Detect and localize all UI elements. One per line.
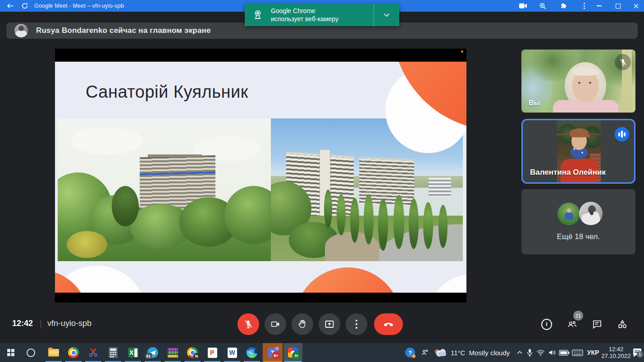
taskbar-app-calculator[interactable] — [104, 343, 122, 362]
camera-toggle-button[interactable] — [265, 313, 286, 335]
maximize-button[interactable] — [610, 0, 626, 12]
notification-center-button[interactable]: 5 — [631, 343, 644, 362]
present-screen-icon — [324, 319, 335, 330]
end-call-button[interactable] — [374, 313, 403, 335]
meeting-code: vfn-uyio-spb — [47, 319, 91, 328]
excel-letter: X — [129, 349, 133, 356]
record-dot — [461, 50, 463, 53]
weather-temp: 11°C — [451, 349, 465, 357]
notification-icon: 5 — [633, 348, 642, 357]
people-icon — [566, 319, 577, 330]
people-tray-button[interactable] — [419, 343, 431, 362]
raise-hand-button[interactable] — [292, 313, 313, 335]
toast-app-name: Google Chrome — [271, 7, 374, 14]
calculator-icon — [109, 347, 118, 358]
camera-icon — [270, 319, 280, 329]
zoom-icon — [539, 3, 546, 9]
browser-menu-button[interactable] — [579, 0, 589, 12]
telegram-icon: 81 — [147, 347, 158, 358]
taskbar-app-word[interactable]: W — [223, 343, 241, 362]
taskbar-app-chrome-profile[interactable]: N — [183, 343, 201, 362]
chrome-icon — [68, 347, 79, 358]
word-icon: W — [228, 348, 237, 358]
slide-title: Санаторій Куяльник — [86, 82, 248, 102]
chat-button[interactable] — [592, 319, 603, 330]
search-button[interactable] — [22, 343, 40, 362]
help-icon: ? — [405, 348, 415, 357]
tile-self[interactable]: Вы — [521, 50, 635, 113]
tray-time: 12:42 — [601, 346, 630, 353]
tile-overflow[interactable]: Ещё 18 чел. — [521, 189, 635, 254]
taskbar-app-file-explorer[interactable] — [45, 343, 63, 362]
tray-mic-button[interactable] — [525, 343, 534, 362]
battery-icon — [559, 350, 570, 356]
zoom-button[interactable] — [537, 0, 548, 12]
speaker-name: Валентина Олейник — [530, 168, 606, 177]
start-button[interactable] — [2, 343, 20, 362]
chrome-profile-badge: N — [193, 353, 200, 359]
mic-toggle-button[interactable] — [238, 313, 259, 335]
weather-tray-button[interactable]: 11°C Mostly cloudy — [434, 343, 516, 362]
minimize-button[interactable] — [591, 0, 607, 12]
battery-tray-button[interactable] — [558, 343, 571, 362]
tray-expand-button[interactable] — [515, 343, 525, 362]
teams-badge: 9+ — [272, 351, 280, 360]
people-button[interactable] — [566, 319, 577, 330]
notification-count-badge: 5 — [637, 351, 644, 358]
search-ring-icon — [27, 348, 35, 357]
taskbar-app-teams[interactable]: T 9+ — [263, 343, 283, 362]
taskbar-app-winrar[interactable] — [164, 343, 182, 362]
call-clock: 12:42 — [12, 319, 33, 328]
participant-count-badge: 21 — [573, 311, 583, 321]
end-call-icon — [383, 318, 394, 330]
powerpoint-icon: P — [208, 348, 217, 358]
presentation-stage: Санаторій Куяльник — [55, 49, 466, 303]
extensions-button[interactable] — [558, 0, 570, 12]
winrar-icon — [168, 348, 178, 358]
help-glyph: ? — [408, 349, 412, 356]
taskbar-app-edge[interactable] — [243, 343, 261, 362]
taskbar-app-meet[interactable]: H — [283, 343, 302, 362]
taskbar-app-snipping-tool[interactable] — [84, 343, 102, 362]
help-tray-button[interactable]: ? — [403, 343, 417, 362]
present-screen-button[interactable] — [319, 313, 340, 335]
meeting-details-button[interactable]: i — [541, 319, 552, 330]
slide-photo-left — [58, 118, 271, 261]
extensions-icon — [560, 2, 567, 9]
wifi-tray-button[interactable] — [534, 343, 546, 362]
refresh-button[interactable] — [18, 0, 32, 12]
tray-clock[interactable]: 12:42 27.10.2022 — [601, 343, 631, 362]
taskbar-app-powerpoint[interactable]: P — [203, 343, 221, 362]
toast-expand-button[interactable] — [374, 4, 399, 26]
keyboard-icon — [572, 349, 583, 356]
more-options-button[interactable] — [346, 313, 367, 335]
volume-tray-button[interactable] — [546, 343, 558, 362]
clock-block: 12:42 27.10.2022 — [601, 346, 630, 359]
toast-text: Google Chrome использует веб-камеру — [271, 4, 374, 26]
speaking-indicator — [615, 127, 629, 141]
powerpoint-letter: P — [210, 349, 214, 356]
mic-off-icon — [243, 319, 253, 329]
close-icon — [634, 4, 639, 9]
language-switcher[interactable]: УКР — [585, 343, 601, 362]
taskbar-app-telegram[interactable]: 81 — [144, 343, 162, 362]
overflow-label: Ещё 18 чел. — [521, 232, 635, 241]
cloud-icon — [434, 348, 447, 357]
word-letter: W — [229, 349, 235, 356]
volume-icon — [548, 349, 556, 356]
tile-active-speaker[interactable]: Валентина Олейник — [521, 119, 635, 184]
webcam-toast[interactable]: Google Chrome использует веб-камеру — [245, 4, 399, 26]
activities-button[interactable] — [617, 319, 628, 330]
maximize-icon — [616, 4, 621, 9]
close-button[interactable] — [628, 0, 644, 12]
camera-in-use-indicator[interactable] — [517, 0, 528, 12]
browser-menu-icon — [584, 3, 585, 9]
keyboard-tray-button[interactable] — [571, 343, 584, 362]
tray-mic-icon — [527, 348, 533, 357]
toast-message: использует веб-камеру — [271, 15, 374, 23]
wifi-icon — [536, 349, 545, 356]
more-options-icon — [356, 320, 357, 329]
taskbar-app-chrome[interactable] — [64, 343, 82, 362]
taskbar-app-excel[interactable]: X — [124, 343, 142, 362]
back-button[interactable] — [4, 0, 17, 12]
